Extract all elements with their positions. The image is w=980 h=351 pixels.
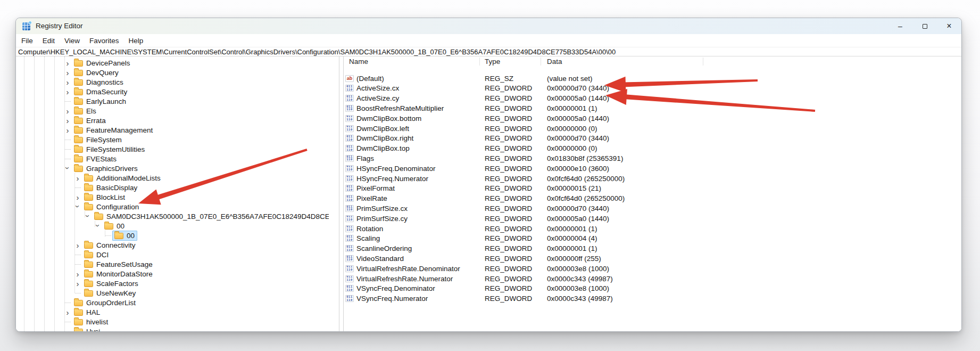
tree-item-HAL[interactable]: HAL — [16, 307, 329, 317]
value-row-VirtualRefreshRate.Denominator[interactable]: VirtualRefreshRate.DenominatorREG_DWORD0… — [344, 264, 961, 274]
value-row-Rotation[interactable]: RotationREG_DWORD0x00000001 (1) — [344, 224, 961, 234]
tree-item-label: FileSystemUtilities — [86, 145, 145, 153]
chevron-down-icon[interactable] — [94, 221, 102, 231]
tree-item-ScaleFactors[interactable]: ScaleFactors — [16, 279, 329, 288]
value-row-DwmClipBox.left[interactable]: DwmClipBox.leftREG_DWORD0x00000000 (0) — [344, 124, 961, 134]
value-data: 0x00000d70 (3440) — [547, 84, 609, 92]
minimize-button[interactable]: – — [888, 18, 912, 34]
value-row-Flags[interactable]: FlagsREG_DWORD0x01830b8f (25365391) — [344, 153, 961, 164]
column-separator[interactable] — [703, 58, 703, 66]
tree-node: ScaleFactors — [82, 279, 141, 289]
menu-item-favorites[interactable]: Favorites — [85, 37, 124, 45]
chevron-right-icon[interactable] — [64, 125, 71, 135]
value-row-VSyncFreq.Denominator[interactable]: VSyncFreq.DenominatorREG_DWORD0x000003e8… — [344, 283, 961, 293]
tree-item-00[interactable]: 00 — [16, 221, 329, 231]
chevron-right-icon[interactable] — [64, 307, 71, 317]
chevron-right-icon[interactable] — [74, 173, 81, 183]
value-row-ScanlineOrdering[interactable]: ScanlineOrderingREG_DWORD0x00000001 (1) — [344, 243, 961, 254]
value-row-BoostRefreshRateMultiplier[interactable]: BoostRefreshRateMultiplierREG_DWORD0x000… — [344, 103, 961, 113]
dword-value-icon — [345, 175, 354, 182]
tree-item-SAM0DC3H1AK500000_1B_07E0_E6^B356A7AFE0C18249D4D8CE775B33D54A[interactable]: SAM0DC3H1AK500000_1B_07E0_E6^B356A7AFE0C… — [16, 211, 329, 221]
chevron-right-icon[interactable] — [64, 116, 71, 125]
menu-item-file[interactable]: File — [16, 37, 38, 45]
tree-item-FileSystem[interactable]: FileSystem — [16, 135, 329, 144]
tree-item-UseNewKey[interactable]: UseNewKey — [16, 288, 329, 298]
chevron-down-icon[interactable] — [74, 202, 81, 211]
tree-item-GraphicsDrivers[interactable]: GraphicsDrivers — [16, 164, 329, 173]
value-row-(Default)[interactable]: (Default)REG_SZ(value not set) — [344, 74, 961, 84]
column-header-type[interactable]: Type — [485, 58, 500, 66]
dword-value-icon — [345, 185, 354, 192]
tree-item-00[interactable]: 00 — [16, 231, 329, 240]
tree-item-FeatureSetUsage[interactable]: FeatureSetUsage — [16, 259, 329, 269]
chevron-right-icon[interactable] — [74, 279, 81, 288]
value-type: REG_DWORD — [485, 194, 532, 202]
chevron-right-icon[interactable] — [64, 77, 71, 87]
value-row-DwmClipBox.top[interactable]: DwmClipBox.topREG_DWORD0x00000000 (0) — [344, 143, 961, 153]
value-data: 0x000003e8 (1000) — [547, 284, 609, 292]
menu-item-edit[interactable]: Edit — [38, 37, 60, 45]
close-button[interactable]: × — [937, 18, 961, 34]
tree-item-FileSystemUtilities[interactable]: FileSystemUtilities — [16, 144, 329, 154]
value-type: REG_DWORD — [485, 265, 532, 273]
tree-item-FeatureManagement[interactable]: FeatureManagement — [16, 125, 329, 135]
tree-item-Errata[interactable]: Errata — [16, 116, 329, 125]
value-type: REG_DWORD — [485, 234, 532, 242]
chevron-right-icon[interactable] — [64, 87, 71, 96]
menu-item-view[interactable]: View — [60, 37, 85, 45]
tree-item-DevicePanels[interactable]: DevicePanels — [16, 58, 329, 68]
values-list-pane: Name Type Data (Default)REG_SZ(value not… — [344, 56, 961, 331]
tree-item-BasicDisplay[interactable]: BasicDisplay — [16, 183, 329, 192]
tree-item-Configuration[interactable]: Configuration — [16, 202, 329, 211]
column-header-data[interactable]: Data — [547, 58, 562, 66]
column-separator[interactable] — [479, 58, 480, 66]
tree-item-label: BasicDisplay — [96, 184, 137, 192]
chevron-right-icon[interactable] — [64, 58, 71, 68]
tree-item-EarlyLaunch[interactable]: EarlyLaunch — [16, 96, 329, 106]
menu-item-help[interactable]: Help — [124, 37, 148, 45]
value-row-VideoStandard[interactable]: VideoStandardREG_DWORD0x000000ff (255) — [344, 254, 961, 264]
tree-item-Hvsi[interactable]: Hvsi — [16, 326, 329, 331]
value-row-VirtualRefreshRate.Numerator[interactable]: VirtualRefreshRate.NumeratorREG_DWORD0x0… — [344, 274, 961, 284]
value-row-DwmClipBox.right[interactable]: DwmClipBox.rightREG_DWORD0x00000d70 (344… — [344, 133, 961, 143]
tree-leaf-connector — [74, 183, 81, 192]
chevron-right-icon[interactable] — [74, 192, 81, 202]
chevron-right-icon[interactable] — [64, 106, 71, 116]
tree-item-hivelist[interactable]: hivelist — [16, 317, 329, 326]
value-row-Scaling[interactable]: ScalingREG_DWORD0x00000004 (4) — [344, 233, 961, 243]
chevron-right-icon[interactable] — [74, 240, 81, 250]
tree-item-GroupOrderList[interactable]: GroupOrderList — [16, 298, 329, 307]
value-row-HSyncFreq.Numerator[interactable]: HSyncFreq.NumeratorREG_DWORD0x0fcf64d0 (… — [344, 174, 961, 184]
pane-divider[interactable] — [339, 56, 339, 331]
title-bar[interactable]: Registry Editor – × — [16, 18, 961, 34]
column-separator[interactable] — [541, 58, 541, 66]
tree-item-DmaSecurity[interactable]: DmaSecurity — [16, 87, 329, 96]
tree-item-MonitorDataStore[interactable]: MonitorDataStore — [16, 269, 329, 279]
value-row-DwmClipBox.bottom[interactable]: DwmClipBox.bottomREG_DWORD0x000005a0 (14… — [344, 113, 961, 124]
address-bar[interactable]: Computer\HKEY_LOCAL_MACHINE\SYSTEM\Curre… — [16, 47, 961, 56]
tree-item-DCI[interactable]: DCI — [16, 250, 329, 259]
tree-item-AdditionalModeLists[interactable]: AdditionalModeLists — [16, 173, 329, 183]
chevron-right-icon[interactable] — [74, 269, 81, 279]
column-header-name[interactable]: Name — [349, 58, 368, 66]
chevron-down-icon[interactable] — [64, 164, 71, 173]
tree-item-FVEStats[interactable]: FVEStats — [16, 154, 329, 164]
tree-item-DevQuery[interactable]: DevQuery — [16, 68, 329, 77]
tree-item-Els[interactable]: Els — [16, 106, 329, 116]
chevron-right-icon[interactable] — [64, 68, 71, 77]
tree-item-Connectivity[interactable]: Connectivity — [16, 240, 329, 250]
folder-icon — [74, 108, 83, 115]
tree-item-Diagnostics[interactable]: Diagnostics — [16, 77, 329, 87]
value-row-ActiveSize.cy[interactable]: ActiveSize.cyREG_DWORD0x000005a0 (1440) — [344, 93, 961, 103]
value-row-PrimSurfSize.cy[interactable]: PrimSurfSize.cyREG_DWORD0x000005a0 (1440… — [344, 214, 961, 224]
value-row-PixelFormat[interactable]: PixelFormatREG_DWORD0x00000015 (21) — [344, 183, 961, 193]
value-row-PixelRate[interactable]: PixelRateREG_DWORD0x0fcf64d0 (265250000) — [344, 193, 961, 203]
maximize-button[interactable] — [912, 18, 937, 34]
chevron-down-icon[interactable] — [84, 211, 92, 221]
value-row-ActiveSize.cx[interactable]: ActiveSize.cxREG_DWORD0x00000d70 (3440) — [344, 83, 961, 93]
value-row-VSyncFreq.Numerator[interactable]: VSyncFreq.NumeratorREG_DWORD0x0000c343 (… — [344, 293, 961, 304]
tree-node: DevicePanels — [72, 58, 133, 68]
tree-item-BlockList[interactable]: BlockList — [16, 192, 329, 202]
value-row-PrimSurfSize.cx[interactable]: PrimSurfSize.cxREG_DWORD0x00000d70 (3440… — [344, 203, 961, 214]
value-row-HSyncFreq.Denominator[interactable]: HSyncFreq.DenominatorREG_DWORD0x00000e10… — [344, 164, 961, 174]
